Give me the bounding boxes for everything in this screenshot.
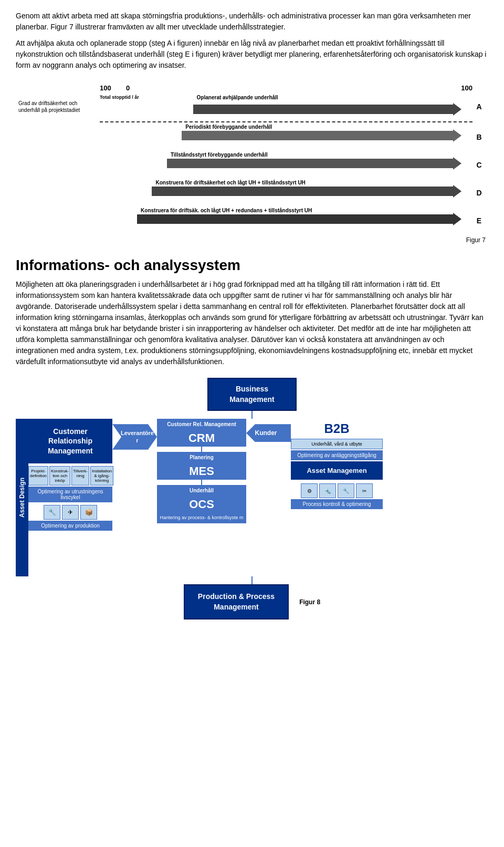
row-e-chart: Konstruera för driftsäk. och lågt UH + r… [100,208,472,234]
intro-p2: Att avhjälpa akuta och oplanerade stopp … [16,38,488,71]
installation-box: Installation & igång- körning [90,466,113,486]
leverantorer-arrow: Leverantöre r [112,424,157,450]
dashed-line [100,121,472,122]
y-axis-label: Grad av driftsäkerhet och underhåll på p… [18,100,100,113]
connector-v2 [251,576,253,584]
x-axis-label: Total stopptid / år [100,95,139,100]
fig7-diagram: 100 0 100 Grad av driftsäkerhet och unde… [16,79,488,249]
prod-proc-box: Production & ProcessManagement [184,584,289,619]
diagram-row-c: Tillståndsstyrt förebyggande underhåll C [18,152,486,178]
main-body: Asset Design CustomerRelationshipManagem… [16,419,488,576]
crm-left-box: CustomerRelationshipManagement [28,419,112,463]
row-b-chart: Periodiskt förebyggande underhåll [100,124,472,150]
right-section: B2B Underhåll, vård & utbyte Optimering … [291,419,383,576]
prod-proc-row: Production & ProcessManagement Figur 8 [16,584,488,619]
icon-1: 🔧 [44,505,60,520]
bm-label: BusinessManagement [229,385,275,404]
axis-mid: 0 [126,84,461,92]
tillverkning-box: Tillverk- ning [71,466,89,486]
mes-big: MES [157,463,246,480]
bar-d [152,185,461,198]
fig7-label: Figur 7 [18,236,486,244]
letter-b: B [472,133,486,141]
bar-c-label: Tillståndsstyrt förebyggande underhåll [171,152,268,158]
info-title: Informations- och analyssystem [16,257,488,274]
crm-left-label: CustomerRelationshipManagement [48,427,93,455]
center-connector-1 [201,447,202,452]
diagram-row-b: Periodiskt förebyggande underhåll B [18,124,486,150]
bar-b-label: Periodiskt förebyggande underhåll [185,124,272,130]
diagram-row-d: Konstruera för driftsäkerhet och lågt UH… [18,180,486,206]
letter-c: C [472,161,486,169]
icon-3: 📦 [80,505,97,520]
right-icon-4: ✂ [356,483,373,498]
row-a-chart: Total stopptid / år Oplanerat avhjälpand… [100,94,472,120]
right-icon-2: 🔩 [319,483,336,498]
intro-p1: Genom att aktivt arbeta med att skapa st… [16,11,488,33]
right-icon-1: ⚙ [301,483,318,498]
asset-design-label: Asset Design [16,419,28,576]
axis-labels: 100 0 100 [100,84,472,92]
info-body: Möjligheten att öka planeringsgraden i u… [16,279,488,367]
bar-e [137,213,461,225]
diagram-row-e: Konstruera för driftsäk. och lågt UH + r… [18,208,486,234]
bm-box: BusinessManagement [207,378,297,411]
diagram-row-a: Grad av driftsäkerhet och underhåll på p… [18,94,486,120]
left-section: Asset Design CustomerRelationshipManagem… [16,419,112,576]
bar-c [167,157,461,170]
b2b-label: B2B [291,419,383,439]
kunder-box: Kunder [246,424,291,442]
bm-row: BusinessManagement [16,378,488,411]
bar-a-label: Oplanerat avhjälpande underhåll [197,95,278,100]
letter-e: E [472,216,486,225]
ocs-sub: Hantering av process- & kontrollsyste m [157,513,246,523]
planering-label: Planering [157,452,246,463]
underhall-box: Underhåll, vård & utbyte [291,439,383,449]
asset-mgmt-box: Asset Managemen [291,461,383,480]
axis-right: 100 [461,84,472,92]
letter-a: A [472,102,486,111]
opt-livscykel-bar: Optimering av utrustningens livscykel [28,487,112,502]
proc-kontroll-bar: Process kontroll & optimering [291,499,383,509]
bar-a [193,103,461,116]
prod-proc-label: Production & ProcessManagement [198,592,275,611]
leverantorer-section: Leverantöre r [112,419,157,576]
kunder-arrow-section: Kunder [246,419,291,576]
icon-2: ✈ [62,505,79,520]
bar-e-label: Konstruera för driftsäk. och lågt UH + r… [141,208,312,213]
ocs-title-label: Underhåll [157,485,246,496]
fig8-diagram: BusinessManagement Asset Design Customer… [16,378,488,619]
proj-def-box: Projekt- definition [28,466,48,486]
customer-rel-box: Customer Rel. Management [157,419,246,430]
bar-d-label: Konstruera för driftsäkerhet och lågt UH… [156,180,306,185]
center-connector-2 [201,480,202,485]
axis-left: 100 [100,84,126,92]
ocs-big: OCS [157,496,246,513]
fig8-label: Figur 8 [299,598,320,606]
opt-produktion-bar: Optimering av produktion [28,521,112,531]
center-section: Customer Rel. Management CRM Planering M… [157,419,246,576]
letter-d: D [472,189,486,197]
bar-b [182,129,461,142]
proc-icons-row: 🔧 ✈ 📦 [28,505,112,520]
konstruktion-box: Konstruk- tion och inköp [49,466,70,486]
info-section: Informations- och analyssystem Möjlighet… [16,257,488,367]
bottom-connector [16,576,488,584]
right-icons-row: ⚙ 🔩 🔧 ✂ [291,483,383,498]
row-c-chart: Tillståndsstyrt förebyggande underhåll [100,152,472,178]
right-icon-3: 🔧 [338,483,354,498]
bm-connector [16,411,488,419]
crm-left-section: CustomerRelationshipManagement Projekt- … [28,419,112,576]
connector-v1 [251,411,253,419]
asset-design-text: Asset Design [18,478,26,518]
crm-big: CRM [157,430,246,447]
proc-boxes-row: Projekt- definition Konstruk- tion och i… [28,466,112,486]
row-d-chart: Konstruera för driftsäkerhet och lågt UH… [100,180,472,206]
opt-anlaggning-bar: Optimering av anläggningstillgång [291,450,383,460]
